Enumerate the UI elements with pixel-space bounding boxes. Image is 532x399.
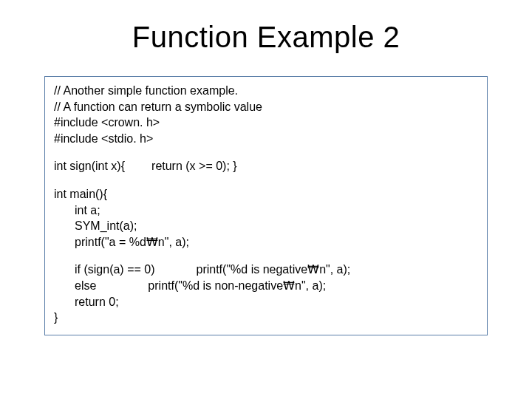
code-line: int a; xyxy=(54,202,478,219)
code-line: return 0; xyxy=(54,294,478,310)
code-line: printf("a = %d₩n", a); xyxy=(54,234,478,250)
code-line: // Another simple function example. xyxy=(54,83,478,99)
code-box: // Another simple function example. // A… xyxy=(44,76,488,335)
code-block-header: // Another simple function example. // A… xyxy=(54,83,478,146)
code-line: int sign(int x){return (x >= 0); } xyxy=(54,158,478,174)
code-line: // A function can return a symbolic valu… xyxy=(54,99,478,115)
code-fragment: printf("%d is non-negative₩n", a); xyxy=(148,279,326,292)
code-block-main-top: int main(){ int a; SYM_int(a); printf("a… xyxy=(54,186,478,250)
code-line: elseprintf("%d is non-negative₩n", a); xyxy=(54,278,478,294)
code-line: } xyxy=(54,310,478,326)
code-fragment: return (x >= 0); } xyxy=(151,160,237,172)
code-line: #include <crown. h> xyxy=(54,115,478,131)
code-fragment: printf("%d is negative₩n", a); xyxy=(196,263,350,276)
code-line: if (sign(a) == 0)printf("%d is negative₩… xyxy=(54,262,478,278)
code-block-sign: int sign(int x){return (x >= 0); } xyxy=(54,158,478,174)
code-fragment: int sign(int x){ xyxy=(54,160,125,172)
slide-title: Function Example 2 xyxy=(30,21,502,54)
code-line: #include <stdio. h> xyxy=(54,131,478,147)
code-fragment: if (sign(a) == 0) xyxy=(75,263,154,276)
code-block-main-bottom: if (sign(a) == 0)printf("%d is negative₩… xyxy=(54,262,478,325)
slide: Function Example 2 // Another simple fun… xyxy=(0,0,532,399)
code-line: int main(){ xyxy=(54,186,478,202)
code-line: SYM_int(a); xyxy=(54,218,478,234)
code-fragment: else xyxy=(75,279,96,292)
